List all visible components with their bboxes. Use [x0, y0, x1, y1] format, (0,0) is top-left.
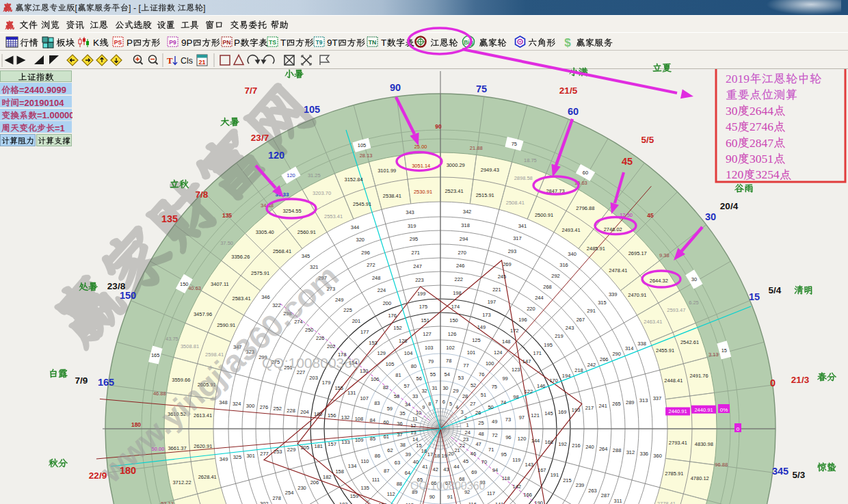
svg-text:153: 153 [369, 340, 377, 346]
svg-text:176: 176 [388, 313, 397, 319]
svg-text:QQ:100800360: QQ:100800360 [410, 480, 486, 492]
svg-text:43.75: 43.75 [165, 336, 178, 342]
svg-text:56: 56 [416, 375, 422, 382]
svg-text:9P: 9P [181, 38, 193, 48]
svg-text:97: 97 [519, 414, 525, 421]
svg-text:108: 108 [355, 416, 364, 422]
svg-text:61: 61 [384, 434, 389, 440]
svg-text:147: 147 [522, 358, 531, 364]
svg-text:2785.91: 2785.91 [665, 470, 683, 477]
svg-text:43: 43 [443, 466, 449, 473]
svg-text:63: 63 [395, 460, 400, 466]
svg-text:3407.11: 3407.11 [211, 281, 229, 287]
svg-text:342: 342 [463, 209, 472, 215]
svg-text:123: 123 [512, 367, 520, 373]
svg-text:3661.37: 3661.37 [168, 445, 186, 451]
svg-text:5/4: 5/4 [769, 285, 782, 295]
svg-text:198: 198 [453, 290, 462, 296]
svg-text:22: 22 [460, 442, 465, 449]
svg-text:180: 180 [120, 465, 136, 476]
svg-text:128: 128 [399, 338, 408, 344]
svg-text:341: 341 [518, 223, 527, 229]
svg-text:149: 149 [477, 324, 486, 330]
svg-text:103: 103 [425, 345, 434, 351]
svg-text:3305.40: 3305.40 [256, 229, 274, 235]
svg-text:45: 45 [726, 120, 738, 133]
svg-text:157: 157 [328, 441, 336, 447]
svg-text:7: 7 [435, 399, 438, 405]
svg-text:249: 249 [335, 297, 344, 303]
svg-text:21/3: 21/3 [791, 375, 810, 385]
svg-text:192: 192 [558, 441, 567, 447]
svg-text:206: 206 [310, 479, 319, 486]
svg-text:171: 171 [533, 350, 542, 356]
svg-text:148: 148 [502, 339, 511, 345]
svg-text:46.88: 46.88 [153, 390, 166, 397]
svg-text:2695.17: 2695.17 [628, 250, 647, 256]
svg-text:42: 42 [433, 466, 438, 473]
svg-text:242: 242 [587, 362, 596, 368]
svg-text:135: 135 [222, 212, 232, 219]
svg-text:313: 313 [639, 397, 648, 403]
svg-text:71: 71 [488, 447, 494, 453]
svg-text:120: 120 [518, 436, 527, 442]
svg-text:300: 300 [246, 403, 255, 409]
svg-text:316: 316 [559, 262, 568, 268]
svg-text:156: 156 [328, 412, 336, 419]
svg-text:135: 135 [161, 213, 178, 224]
svg-text:26: 26 [475, 410, 481, 416]
svg-text:311: 311 [614, 498, 622, 504]
svg-text:23: 23 [463, 436, 468, 442]
svg-text:181: 181 [315, 443, 323, 449]
svg-text:14: 14 [412, 436, 418, 442]
svg-text:54: 54 [445, 371, 450, 377]
svg-text:118: 118 [502, 475, 510, 481]
svg-text:12: 12 [410, 423, 416, 429]
svg-text:4: 4 [455, 404, 458, 410]
svg-text:5/5: 5/5 [641, 135, 654, 145]
svg-text:P9: P9 [169, 39, 176, 46]
svg-text:346: 346 [261, 294, 270, 300]
svg-text:127: 127 [423, 331, 432, 337]
svg-text:150: 150 [180, 281, 189, 287]
svg-text:133: 133 [341, 439, 350, 445]
svg-text:QQ:100800360: QQ:100800360 [262, 355, 360, 371]
svg-text:143: 143 [525, 462, 534, 468]
svg-text:7/8: 7/8 [196, 189, 209, 200]
svg-text:55: 55 [430, 371, 436, 377]
svg-text:195: 195 [544, 342, 553, 348]
svg-text:59: 59 [387, 406, 393, 412]
svg-text:40.63: 40.63 [188, 285, 201, 291]
svg-text:104: 104 [404, 350, 413, 356]
svg-text:345: 345 [302, 253, 310, 259]
svg-text:2793.41: 2793.41 [669, 440, 687, 446]
svg-text:60: 60 [383, 419, 388, 425]
svg-text:69: 69 [471, 469, 477, 475]
svg-text:2515.91: 2515.91 [476, 192, 494, 198]
svg-text:121: 121 [531, 412, 540, 419]
svg-text:20: 20 [448, 451, 453, 457]
svg-text:4830.98: 4830.98 [695, 441, 713, 447]
svg-text:64: 64 [405, 470, 410, 476]
svg-text:TS: TS [269, 39, 276, 46]
svg-text:2644: 2644 [750, 104, 773, 118]
svg-text:[: [ [75, 3, 78, 13]
svg-text:3356.26: 3356.26 [231, 254, 250, 260]
svg-text:15: 15 [721, 347, 727, 354]
svg-text:53: 53 [458, 375, 464, 381]
svg-text:134: 134 [348, 463, 357, 469]
svg-text:2491.76: 2491.76 [689, 373, 708, 379]
svg-text:31.25: 31.25 [308, 172, 321, 178]
svg-text:70: 70 [481, 459, 487, 465]
svg-text:302: 302 [260, 501, 269, 504]
svg-text:28: 28 [462, 393, 468, 399]
svg-text:2628.41: 2628.41 [198, 474, 217, 480]
svg-text:29: 29 [453, 388, 458, 394]
svg-text:2545.91: 2545.91 [353, 201, 371, 207]
svg-text:76: 76 [479, 371, 484, 377]
svg-text:158: 158 [335, 468, 344, 475]
svg-text:150: 150 [449, 317, 458, 323]
svg-text:130: 130 [360, 368, 369, 374]
svg-text:45: 45 [463, 458, 468, 464]
svg-text:5: 5 [449, 401, 452, 407]
